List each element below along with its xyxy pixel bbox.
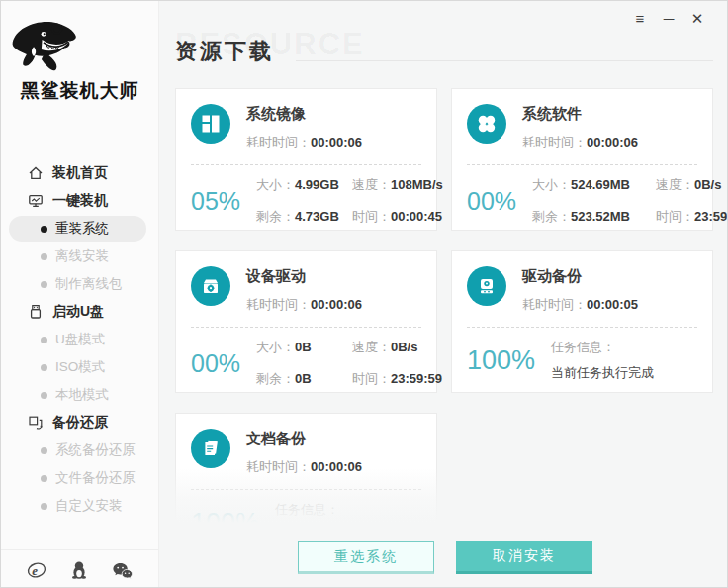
card-task: 100% 任务信息： 正在扫描 [191,490,421,523]
sidebar-item-label: 一键装机 [52,192,108,210]
ie-icon[interactable]: e [27,560,46,580]
bullet-icon [41,503,47,510]
qq-icon[interactable] [69,560,89,580]
minimize-icon[interactable]: ─ [661,10,677,28]
card-title: 系统软件 [522,102,638,124]
sidebar-item-label: 本地模式 [55,386,109,404]
elapsed-time: 耗时时间：00:00:06 [522,134,638,151]
stat-remaining: 剩余：4.73GB [256,208,352,226]
sidebar-item-offline-install[interactable]: 离线安装 [1,243,158,270]
progress-percent: 00% [191,349,242,378]
card-document-backup-clip: 文档备份 耗时时间：00:00:06 100% 任务信息： 正在扫描 [175,413,437,523]
backup-restore-icon [28,415,44,431]
task-info-label: 任务信息： [275,501,339,519]
sidebar: 黑鲨装机大师 装机首页 一键装机 重装系统 离线安装 制作离线包 [1,1,159,588]
card-title: 设备驱动 [246,264,362,286]
cancel-install-button[interactable]: 取消安装 [456,541,592,574]
app-logo: 黑鲨装机大师 [1,1,158,104]
footer-actions: 重选系统 取消安装 [298,541,592,574]
task-info-label: 任务信息： [551,339,654,356]
card-title: 文档备份 [246,427,362,448]
sidebar-item-label: 自定义安装 [55,497,123,515]
stat-time: 时间：23:59:59 [656,208,728,226]
card-task: 100% 任务信息： 当前任务执行完成 [467,328,697,382]
bullet-icon [41,364,47,371]
bullet-icon [41,392,47,399]
bullet-icon [41,253,47,260]
stat-time: 时间：00:00:45 [352,208,443,226]
stat-speed: 速度：0B/s [352,339,442,356]
windows-grid-icon [191,104,230,144]
device-driver-icon [191,266,230,306]
sidebar-item-file-backup-restore[interactable]: 文件备份还原 [1,464,158,492]
svg-text:e: e [32,562,38,577]
sidebar-item-label: 制作离线包 [55,275,123,293]
shark-logo-icon [1,13,86,76]
bullet-icon [41,337,47,343]
bullet-icon [41,447,47,454]
home-icon [28,165,44,181]
bullet-icon [41,226,47,233]
card-system-software: 系统软件 耗时时间：00:00:06 00% 大小：524.69MB 速度：0B… [451,88,713,231]
sidebar-item-make-offline-pack[interactable]: 制作离线包 [1,270,158,298]
sidebar-item-label: 备份还原 [52,414,108,432]
elapsed-time: 耗时时间：00:00:06 [246,296,362,314]
sidebar-item-system-backup-restore[interactable]: 系统备份还原 [1,437,158,464]
stat-remaining: 剩余：523.52MB [532,208,656,226]
title-divider [296,60,713,61]
sidebar-item-label: 文件备份还原 [55,469,136,487]
card-driver-backup: 驱动备份 耗时时间：00:00:05 100% 任务信息： 当前任务执行完成 [451,250,713,393]
clover-icon [467,104,506,144]
card-header: 系统软件 耗时时间：00:00:06 [467,102,697,151]
stat-size: 大小：0B [256,339,352,356]
stat-speed: 速度：108MB/s [352,176,443,194]
page-header: 资源下载 [175,37,713,66]
hard-drive-icon [467,266,506,306]
sidebar-item-backup-restore[interactable]: 备份还原 [1,409,158,437]
card-stats: 00% 大小：524.69MB 速度：0B/s 剩余：523.52MB 时间：2… [467,165,697,226]
stat-remaining: 剩余：0B [256,370,352,388]
progress-percent: 00% [467,187,518,216]
sidebar-item-label: 启动U盘 [52,303,104,321]
sidebar-item-local-mode[interactable]: 本地模式 [1,381,158,409]
bullet-icon [41,475,47,482]
stat-speed: 速度：0B/s [656,176,728,194]
sidebar-item-label: ISO模式 [55,358,105,376]
sidebar-item-custom-install[interactable]: 自定义安装 [1,492,158,520]
card-device-driver: 设备驱动 耗时时间：00:00:06 00% 大小：0B 速度：0B/s 剩余：… [175,250,437,393]
sidebar-nav: 装机首页 一键装机 重装系统 离线安装 制作离线包 [1,159,158,520]
page-title: 资源下载 [175,37,274,66]
elapsed-time: 耗时时间：00:00:06 [246,458,362,476]
close-icon[interactable]: ✕ [689,10,705,28]
card-system-image: 系统镜像 耗时时间：00:00:06 05% 大小：4.99GB 速度：108M… [175,88,437,231]
usb-disk-icon [28,304,44,320]
sidebar-item-label: U盘模式 [55,331,105,348]
sidebar-item-usb-mode[interactable]: U盘模式 [1,326,158,353]
card-title: 系统镜像 [246,102,362,124]
card-header: 驱动备份 耗时时间：00:00:05 [467,264,697,314]
window-controls: ≡ ─ ✕ [632,10,705,28]
reselect-system-button[interactable]: 重选系统 [298,541,434,574]
sidebar-item-boot-usb[interactable]: 启动U盘 [1,298,158,326]
sidebar-item-iso-mode[interactable]: ISO模式 [1,353,158,381]
menu-icon[interactable]: ≡ [632,10,648,28]
task-info-text: 当前任务执行完成 [551,364,654,382]
sidebar-item-install-home[interactable]: 装机首页 [1,159,158,187]
elapsed-time: 耗时时间：00:00:06 [246,134,362,151]
stat-size: 大小：4.99GB [256,176,352,194]
card-header: 文档备份 耗时时间：00:00:06 [191,427,421,476]
card-stats: 00% 大小：0B 速度：0B/s 剩余：0B 时间：23:59:59 [191,328,421,388]
sidebar-item-label: 装机首页 [52,164,108,182]
sidebar-item-reinstall-system[interactable]: 重装系统 [9,216,146,242]
document-icon [191,429,230,468]
card-title: 驱动备份 [522,264,638,286]
stat-time: 时间：23:59:59 [352,370,442,388]
elapsed-time: 耗时时间：00:00:05 [522,296,638,314]
sidebar-item-one-key-install[interactable]: 一键装机 [1,187,158,215]
stat-size: 大小：524.69MB [532,176,656,194]
sidebar-footer: e [1,549,158,588]
card-header: 系统镜像 耗时时间：00:00:06 [191,102,421,151]
card-document-backup: 文档备份 耗时时间：00:00:06 100% 任务信息： 正在扫描 [175,413,437,523]
app-title: 黑鲨装机大师 [1,78,158,104]
wechat-icon[interactable] [112,560,134,580]
